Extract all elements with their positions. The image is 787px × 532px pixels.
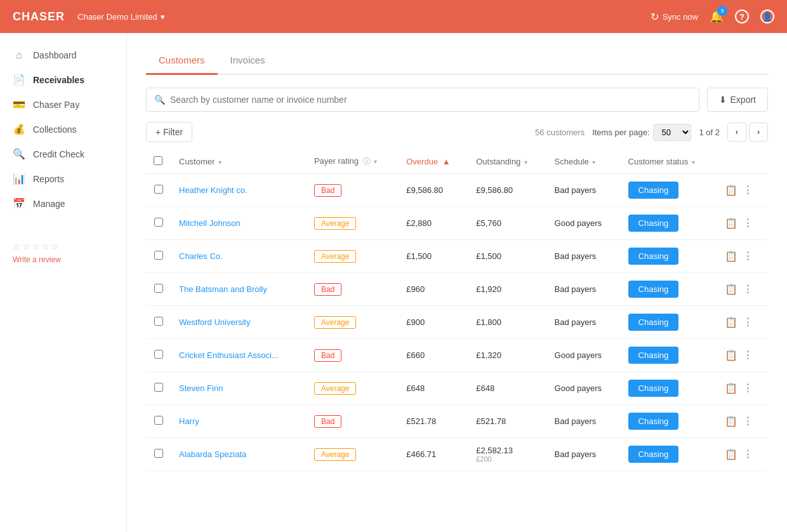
search-input[interactable] [170, 88, 691, 111]
sidebar-item-dashboard[interactable]: ⌂ Dashboard [0, 43, 126, 67]
payer-rating-info-icon[interactable]: ⓘ [363, 157, 371, 166]
col-header-overdue[interactable]: Overdue ▲ [399, 150, 468, 174]
row-actions: 📋 ⋮ [717, 240, 768, 273]
chasing-button-5[interactable]: Chasing [628, 347, 679, 364]
more-options-icon-7[interactable]: ⋮ [743, 415, 753, 427]
row-checkbox-cell [146, 438, 171, 471]
row-status: Chasing [621, 306, 717, 339]
more-options-icon-5[interactable]: ⋮ [743, 349, 753, 361]
customer-link-8[interactable]: Alabarda Speziata [179, 449, 246, 459]
row-checkbox-1[interactable] [154, 218, 163, 227]
company-selector[interactable]: Chaser Demo Limited ▾ [77, 12, 165, 22]
export-button[interactable]: ⬇ Export [707, 88, 768, 112]
row-payer-rating: Bad [307, 339, 399, 372]
col-header-outstanding[interactable]: Outstanding ▾ [468, 150, 546, 174]
row-outstanding: £1,920 [468, 273, 546, 306]
document-icon-5[interactable]: 📋 [725, 349, 737, 361]
sidebar-item-receivables[interactable]: 📄 Receivables [0, 67, 126, 92]
document-icon-0[interactable]: 📋 [725, 184, 737, 196]
customer-link-2[interactable]: Charles Co. [179, 251, 223, 261]
next-page-button[interactable]: › [749, 123, 768, 142]
chasing-button-0[interactable]: Chasing [628, 182, 679, 199]
row-checkbox-7[interactable] [154, 416, 163, 425]
document-icon-7[interactable]: 📋 [725, 415, 737, 427]
chasing-button-8[interactable]: Chasing [628, 446, 679, 463]
chasing-button-4[interactable]: Chasing [628, 314, 679, 331]
items-per-page: Items per page: 50 25 100 [592, 124, 691, 141]
customer-link-1[interactable]: Mitchell Johnson [179, 218, 241, 228]
chasing-button-6[interactable]: Chasing [628, 380, 679, 397]
user-profile-button[interactable]: 👤 [760, 10, 774, 23]
row-checkbox-8[interactable] [154, 449, 163, 458]
sidebar-item-collections[interactable]: 💰 Collections [0, 117, 126, 142]
row-schedule: Bad payers [547, 306, 621, 339]
sidebar-item-manage[interactable]: 📅 Manage [0, 191, 126, 216]
row-checkbox-2[interactable] [154, 251, 163, 260]
row-schedule: Bad payers [547, 174, 621, 207]
table-row: Steven Finn Average £648 £648 Good payer… [146, 372, 768, 405]
row-customer-name: Cricket Enthusiast Associ... [171, 339, 307, 372]
col-header-payer-rating[interactable]: Payer rating ⓘ ▾ [307, 150, 399, 174]
sync-button[interactable]: ↻ Sync now [651, 11, 698, 23]
star-2: ☆ [22, 241, 30, 251]
more-options-icon-1[interactable]: ⋮ [743, 217, 753, 229]
more-options-icon-6[interactable]: ⋮ [743, 382, 753, 394]
more-options-icon-3[interactable]: ⋮ [743, 283, 753, 295]
row-overdue: £648 [399, 372, 468, 405]
row-checkbox-3[interactable] [154, 284, 163, 293]
prev-page-button[interactable]: ‹ [727, 123, 746, 142]
more-options-icon-2[interactable]: ⋮ [743, 250, 753, 262]
tab-customers[interactable]: Customers [146, 48, 218, 75]
customer-link-3[interactable]: The Batsman and Brolly [179, 284, 267, 294]
page-navigation: ‹ › [727, 123, 768, 142]
row-checkbox-6[interactable] [154, 383, 163, 392]
chasing-button-3[interactable]: Chasing [628, 281, 679, 298]
chasing-button-1[interactable]: Chasing [628, 215, 679, 232]
more-options-icon-8[interactable]: ⋮ [743, 448, 753, 460]
sidebar-item-reports[interactable]: 📊 Reports [0, 166, 126, 191]
row-overdue: £521.78 [399, 405, 468, 438]
customer-link-0[interactable]: Heather Knight co. [179, 185, 248, 195]
customer-link-5[interactable]: Cricket Enthusiast Associ... [179, 350, 279, 360]
customer-link-7[interactable]: Harry [179, 416, 199, 426]
write-review-link[interactable]: Write a review [13, 255, 61, 264]
document-icon-3[interactable]: 📋 [725, 283, 737, 295]
document-icon-8[interactable]: 📋 [725, 448, 737, 460]
sidebar-item-credit-check[interactable]: 🔍 Credit Check [0, 142, 126, 166]
row-payer-rating: Average [307, 372, 399, 405]
more-options-icon-0[interactable]: ⋮ [743, 184, 753, 196]
sidebar-item-chaser-pay[interactable]: 💳 Chaser Pay [0, 92, 126, 117]
help-button[interactable]: ? [735, 10, 749, 23]
row-outstanding: £1,500 [468, 240, 546, 273]
more-options-icon-4[interactable]: ⋮ [743, 316, 753, 328]
col-header-customer-status[interactable]: Customer status ▾ [621, 150, 717, 174]
document-icon-1[interactable]: 📋 [725, 217, 737, 229]
search-icon: 🔍 [154, 95, 165, 105]
row-status: Chasing [621, 405, 717, 438]
chasing-button-2[interactable]: Chasing [628, 248, 679, 265]
select-all-checkbox[interactable] [154, 156, 162, 165]
row-checkbox-0[interactable] [154, 185, 163, 194]
row-checkbox-4[interactable] [154, 317, 163, 326]
row-actions: 📋 ⋮ [717, 306, 768, 339]
row-actions: 📋 ⋮ [717, 207, 768, 240]
row-checkbox-5[interactable] [154, 350, 163, 359]
col-header-schedule[interactable]: Schedule ▾ [547, 150, 621, 174]
document-icon-4[interactable]: 📋 [725, 316, 737, 328]
chasing-button-7[interactable]: Chasing [628, 413, 679, 430]
customer-link-4[interactable]: Westford University [179, 317, 250, 327]
notifications-button[interactable]: 🔔 9 [710, 10, 724, 23]
col-header-customer[interactable]: Customer ▾ [171, 150, 307, 174]
document-icon-6[interactable]: 📋 [725, 382, 737, 394]
home-icon: ⌂ [13, 50, 25, 61]
sync-icon: ↻ [651, 11, 659, 23]
row-outstanding: £1,320 [468, 339, 546, 372]
manage-icon: 📅 [13, 197, 25, 209]
filter-button[interactable]: + Filter [146, 122, 192, 142]
payer-rating-badge-5: Bad [314, 349, 341, 362]
customer-link-6[interactable]: Steven Finn [179, 383, 223, 393]
items-per-page-select[interactable]: 50 25 100 [653, 124, 691, 141]
tab-invoices[interactable]: Invoices [218, 48, 278, 75]
row-actions-1: 📋 ⋮ [725, 217, 760, 229]
document-icon-2[interactable]: 📋 [725, 250, 737, 262]
